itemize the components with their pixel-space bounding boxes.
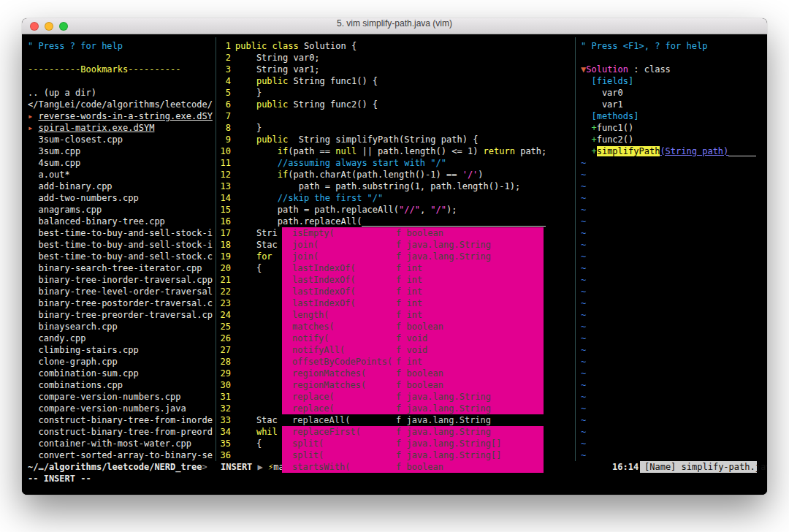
tag-item[interactable]: ~	[581, 309, 758, 321]
popup-item[interactable]: lastIndexOf(f int	[282, 262, 544, 274]
tag-item[interactable]: ~	[581, 356, 758, 368]
popup-item[interactable]: lastIndexOf(f int	[282, 297, 544, 309]
tag-item[interactable]: ~	[581, 169, 758, 180]
code-line[interactable]: 1public class Solution {	[219, 40, 574, 52]
tag-item[interactable]: ~	[581, 403, 758, 414]
code-line[interactable]: 9 public String simplifyPath(String path…	[219, 134, 574, 145]
tag-item[interactable]: ~	[581, 438, 758, 449]
code-line[interactable]: 10 if(path == null || path.length() <= 1…	[219, 145, 574, 157]
tree-item[interactable]: binary-search-tree-iterator.cpp	[28, 262, 215, 274]
tree-item[interactable]: combinations.cpp	[28, 379, 215, 391]
tree-item[interactable]: climbing-stairs.cpp	[28, 344, 215, 356]
tag-item[interactable]: ~	[581, 368, 758, 379]
popup-item[interactable]: regionMatches(f boolean	[282, 368, 544, 379]
popup-item[interactable]: lastIndexOf(f int	[282, 286, 544, 297]
code-line[interactable]: 4 public String func1() {	[219, 75, 574, 87]
popup-item[interactable]: notifyAll(f void	[282, 344, 544, 356]
code-line[interactable]: 11 //assuming always start with "/"	[219, 157, 574, 169]
code-line[interactable]: 12 if(path.charAt(path.length()-1) == '/…	[219, 169, 574, 180]
tree-item[interactable]: ▸ spiral-matrix.exe.dSYM	[28, 122, 215, 134]
code-line[interactable]: 14 //skip the first "/"	[219, 192, 574, 204]
code-line[interactable]: 6 public String func2() {	[219, 99, 574, 110]
tree-item[interactable]: construct-binary-tree-from-inorde	[28, 414, 215, 426]
tag-item[interactable]: var1	[581, 99, 758, 110]
tree-item[interactable]: clone-graph.cpp	[28, 356, 215, 368]
tag-item[interactable]: ~	[581, 262, 758, 274]
tree-item[interactable]: combination-sum.cpp	[28, 368, 215, 379]
popup-item[interactable]: replaceFirst(f java.lang.String	[282, 426, 544, 438]
code-line[interactable]: 15 path = path.replaceAll("//", "/");	[219, 204, 574, 216]
tag-item[interactable]: ~	[581, 239, 758, 251]
tag-item[interactable]: ~	[581, 274, 758, 286]
popup-item[interactable]: startsWith(f boolean	[282, 461, 544, 473]
tag-item[interactable]: ~	[581, 204, 758, 216]
code-line[interactable]: 7	[219, 110, 574, 122]
tree-item[interactable]: </TangLei/code/algorithms/leetcode/	[28, 99, 215, 110]
tree-item[interactable]: anagrams.cpp	[28, 204, 215, 216]
tag-item[interactable]: ▼Solution : class	[581, 64, 758, 75]
popup-item[interactable]: replace(f java.lang.String	[282, 403, 544, 414]
tag-item[interactable]: ~	[581, 297, 758, 309]
tree-item[interactable]: candy.cpp	[28, 332, 215, 344]
tree-item[interactable]: 3sum-closest.cpp	[28, 134, 215, 145]
popup-item[interactable]: join(f java.lang.String	[282, 239, 544, 251]
code-line[interactable]: 8 }	[219, 122, 574, 134]
popup-item[interactable]: replace(f java.lang.String	[282, 391, 544, 403]
code-line[interactable]: 13 path = path.substring(1, path.length(…	[219, 180, 574, 192]
tag-item[interactable]: ~	[581, 216, 758, 227]
tree-item[interactable]: best-time-to-buy-and-sell-stock-i	[28, 239, 215, 251]
zoom-button[interactable]	[59, 22, 68, 31]
tree-item[interactable]: container-with-most-water.cpp	[28, 438, 215, 449]
tag-item[interactable]: ~	[581, 414, 758, 426]
tag-item[interactable]: +func2()	[581, 134, 758, 145]
tag-item[interactable]: ~	[581, 379, 758, 391]
popup-item[interactable]: matches(f boolean	[282, 321, 544, 332]
tree-item[interactable]: compare-version-numbers.cpp	[28, 391, 215, 403]
tree-item[interactable]: .. (up a dir)	[28, 87, 215, 99]
tag-item[interactable]: " Press <F1>, ? for help	[581, 40, 758, 52]
close-button[interactable]	[30, 22, 39, 31]
tree-item[interactable]: binary-tree-inorder-traversal.cpp	[28, 274, 215, 286]
tag-item[interactable]: ~	[581, 321, 758, 332]
tree-item[interactable]: construct-binary-tree-from-preord	[28, 426, 215, 438]
code-line[interactable]: 5 }	[219, 87, 574, 99]
tag-item[interactable]: [methods]	[581, 110, 758, 122]
popup-item[interactable]: notify(f void	[282, 332, 544, 344]
tree-item[interactable]: ----------Bookmarks----------	[28, 64, 215, 75]
popup-item[interactable]: offsetByCodePoints(f int	[282, 356, 544, 368]
tree-item[interactable]: compare-version-numbers.java	[28, 403, 215, 414]
dir-arrow-icon[interactable]: ▸	[28, 111, 38, 121]
dir-arrow-icon[interactable]: ▸	[28, 123, 38, 133]
tag-item[interactable]: ~	[581, 332, 758, 344]
tag-item[interactable]	[581, 52, 758, 64]
tree-item[interactable]: binary-tree-postorder-traversal.c	[28, 297, 215, 309]
pane-separator[interactable]	[575, 37, 576, 461]
popup-item[interactable]: split(f java.lang.String[]	[282, 438, 544, 449]
popup-item[interactable]: lastIndexOf(f int	[282, 274, 544, 286]
tag-item[interactable]: ~	[581, 157, 758, 169]
popup-item[interactable]: replaceAll(f java.lang.String	[282, 414, 544, 426]
tag-item[interactable]: ~	[581, 344, 758, 356]
tree-item[interactable]: add-binary.cpp	[28, 180, 215, 192]
tag-item[interactable]: ~	[581, 286, 758, 297]
code-line[interactable]: 2 String var0;	[219, 52, 574, 64]
tree-item[interactable]: convert-sorted-array-to-binary-se	[28, 449, 215, 461]
tag-item[interactable]: var0	[581, 87, 758, 99]
tag-item[interactable]: ~	[581, 192, 758, 204]
popup-item[interactable]: join(f java.lang.String	[282, 251, 544, 262]
popup-item[interactable]: regionMatches(f boolean	[282, 379, 544, 391]
tree-item[interactable]	[28, 52, 215, 64]
tree-item[interactable]: balanced-binary-tree.cpp	[28, 216, 215, 227]
pane-separator[interactable]	[216, 37, 216, 461]
tag-item[interactable]: ~	[581, 180, 758, 192]
tree-item[interactable]: " Press ? for help	[28, 40, 215, 52]
tag-item[interactable]: [fields]	[581, 75, 758, 87]
tag-item[interactable]: ~	[581, 251, 758, 262]
tree-item[interactable]: binaysearch.cpp	[28, 321, 215, 332]
titlebar[interactable]: 5. vim simplify-path.java (vim)	[22, 18, 767, 34]
tree-item[interactable]: binary-tree-preorder-traversal.cp	[28, 309, 215, 321]
tree-item[interactable]: a.out*	[28, 169, 215, 180]
tree-item[interactable]: best-time-to-buy-and-sell-stock-i	[28, 227, 215, 239]
tag-item[interactable]: ~	[581, 227, 758, 239]
tree-item[interactable]: ▸ reverse-words-in-a-string.exe.dSY	[28, 110, 215, 122]
